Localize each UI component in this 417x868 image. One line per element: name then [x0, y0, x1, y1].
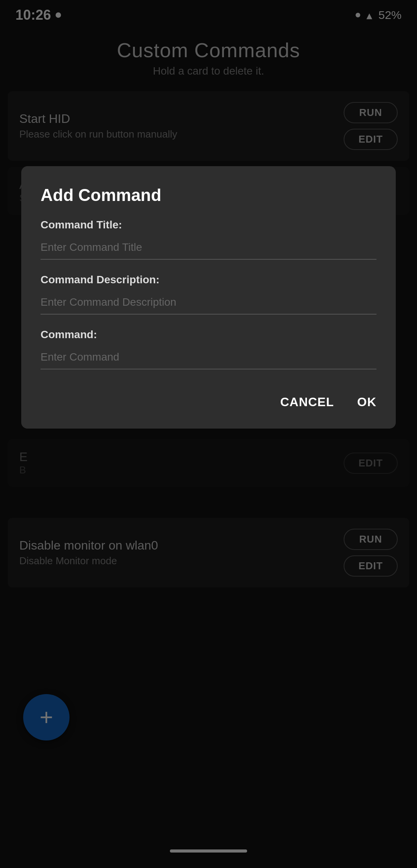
command-input[interactable] [41, 347, 376, 369]
add-command-dialog: Add Command Command Title: Command Descr… [21, 166, 396, 429]
dialog-overlay [0, 0, 417, 868]
command-title-input[interactable] [41, 237, 376, 260]
ok-button[interactable]: OK [357, 391, 376, 413]
dialog-title: Add Command [41, 186, 376, 205]
command-description-label: Command Description: [41, 274, 376, 286]
command-label: Command: [41, 328, 376, 341]
command-description-input[interactable] [41, 292, 376, 315]
command-title-label: Command Title: [41, 219, 376, 231]
cancel-button[interactable]: CANCEL [280, 391, 334, 413]
dialog-actions: CANCEL OK [41, 391, 376, 413]
